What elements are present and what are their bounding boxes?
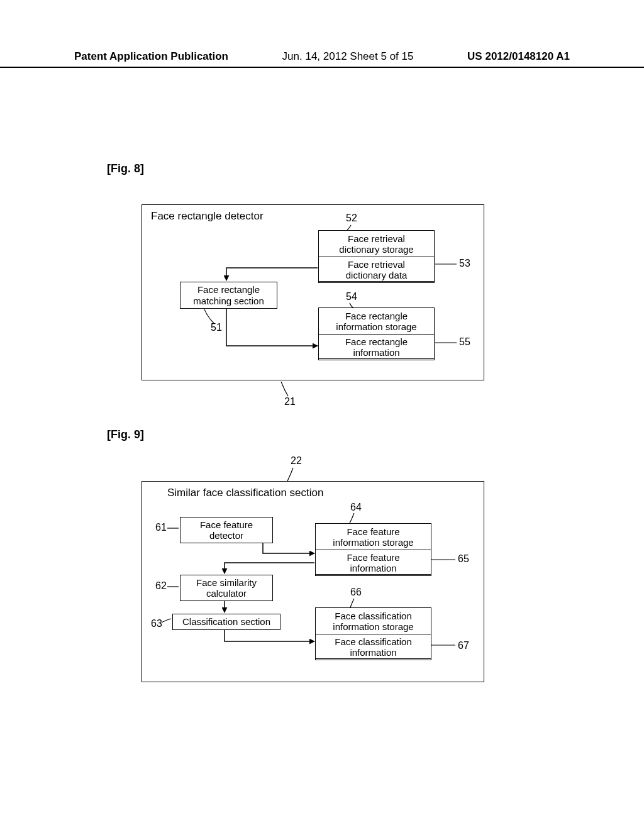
fig9-ref66: 66 [350, 587, 362, 598]
fig8-ref55: 55 [459, 336, 470, 348]
fig8-ref52: 52 [346, 213, 357, 224]
fig8-label: [Fig. 8] [107, 162, 144, 175]
fig9-title: Similar face classification section [167, 487, 323, 499]
fig9-class-storage-box: Face classification information storage … [315, 607, 431, 659]
fig8-ref51: 51 [211, 322, 222, 333]
fig9-ref67: 67 [458, 640, 469, 651]
fig8-retrieval-data-box: Face retrieval dictionary data [318, 257, 435, 284]
fig8-title: Face rectangle detector [151, 210, 264, 223]
fig9-ref62: 62 [155, 580, 167, 592]
fig8-rect-info-box: Face rectangle information [318, 334, 435, 361]
fig9-classification-section-box: Classification section [172, 614, 280, 630]
fig9-ref63: 63 [151, 618, 162, 629]
fig8-matching-section-box: Face rectangle matching section [180, 282, 277, 309]
fig9-feature-detector-box: Face feature detector [180, 517, 273, 543]
fig9-arrows-svg [0, 0, 644, 830]
fig8-ref53: 53 [459, 258, 470, 269]
fig9-class-info-box: Face classification information [315, 634, 431, 661]
fig9-class-storage-label: Face classification information storage [316, 608, 431, 634]
fig9-feature-storage-label: Face feature information storage [316, 524, 431, 550]
fig8-rect-info-storage-box: Face rectangle information storage Face … [318, 307, 435, 359]
fig9-ref64: 64 [350, 502, 362, 513]
fig9-similarity-calc-box: Face similarity calculator [180, 575, 273, 601]
fig9-ref22: 22 [291, 455, 302, 467]
header-mid: Jun. 14, 2012 Sheet 5 of 15 [282, 50, 414, 63]
fig9-feature-info-box: Face feature information [315, 550, 431, 577]
fig9-ref61: 61 [155, 522, 167, 533]
fig8-ref21: 21 [284, 396, 296, 407]
fig9-feature-storage-box: Face feature information storage Face fe… [315, 523, 431, 575]
fig9-label: [Fig. 9] [107, 428, 144, 441]
fig9-outer-box: Similar face classification section Face… [142, 481, 484, 682]
fig8-rect-info-storage-label: Face rectangle information storage [319, 308, 434, 334]
fig8-outer-box: Face rectangle detector Face rectangle m… [142, 204, 484, 380]
header-left: Patent Application Publication [74, 50, 228, 63]
header-right: US 2012/0148120 A1 [467, 50, 570, 63]
page-header: Patent Application Publication Jun. 14, … [0, 50, 644, 68]
fig8-retrieval-storage-label: Face retrieval dictionary storage [319, 231, 434, 257]
fig8-ref54: 54 [346, 291, 357, 302]
fig9-ref65: 65 [458, 553, 469, 565]
fig8-retrieval-storage-box: Face retrieval dictionary storage Face r… [318, 230, 435, 282]
